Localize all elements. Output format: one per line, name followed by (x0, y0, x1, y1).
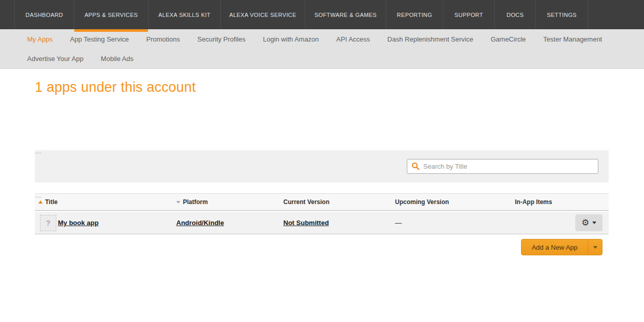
nav-tab-alexa-voice-service[interactable]: ALEXA VOICE SERVICE (220, 0, 305, 29)
subnav-item-tester-management[interactable]: Tester Management (543, 35, 602, 43)
add-new-app-button[interactable]: Add a New App (522, 239, 588, 255)
panel-corner-dash (35, 153, 41, 153)
column-header-current-version[interactable]: Current Version (283, 198, 395, 206)
subnav-row-2: Advertise Your App Mobile Ads (27, 49, 644, 68)
nav-tab-alexa-skills-kit[interactable]: ALEXA SKILLS KIT (148, 0, 220, 29)
gear-icon: ⚙ (581, 218, 589, 227)
app-placeholder-icon: ? (40, 215, 56, 231)
nav-tab-reporting[interactable]: REPORTING (386, 0, 443, 29)
app-current-version-link[interactable]: Not Submitted (283, 219, 329, 227)
app-title-link[interactable]: My book app (58, 219, 98, 227)
subnav-item-promotions[interactable]: Promotions (147, 35, 180, 43)
add-new-app-dropdown-button[interactable] (588, 239, 602, 255)
add-new-app-split-button: Add a New App (521, 239, 603, 255)
subnav-item-app-testing-service[interactable]: App Testing Service (70, 35, 129, 43)
table-header-row: Title Platform Current Version Upcoming … (35, 193, 609, 211)
sort-ascending-icon (38, 200, 43, 204)
subnav-item-mobile-ads[interactable]: Mobile Ads (101, 55, 134, 63)
column-header-platform-label: Platform (183, 198, 208, 206)
row-actions-dropdown-button[interactable]: ⚙ (575, 214, 603, 231)
subnav-item-api-access[interactable]: API Access (336, 35, 370, 43)
chevron-down-icon (592, 222, 596, 224)
nav-tab-settings[interactable]: SETTINGS (535, 0, 588, 29)
main-content: 1 apps under this account Title Platform (0, 69, 644, 322)
sort-caret-icon (176, 201, 180, 204)
column-header-current-version-label: Current Version (283, 198, 329, 206)
upcoming-version-value: — (395, 219, 402, 227)
subnav-row-1: My Apps App Testing Service Promotions S… (27, 29, 644, 49)
cell-actions: ⚙ (515, 214, 609, 231)
column-header-title[interactable]: Title (35, 198, 176, 206)
subnav-item-gamecircle[interactable]: GameCircle (491, 35, 526, 43)
column-header-upcoming-version[interactable]: Upcoming Version (395, 198, 515, 206)
nav-tab-apps-and-services[interactable]: APPS & SERVICES (74, 0, 148, 29)
subnav-item-login-with-amazon[interactable]: Login with Amazon (263, 35, 319, 43)
search-panel (35, 150, 609, 183)
nav-left-spacer (0, 0, 14, 29)
nav-right-spacer (588, 0, 644, 29)
nav-tab-software-and-games[interactable]: SOFTWARE & GAMES (305, 0, 386, 29)
top-navigation: DASHBOARD APPS & SERVICES ALEXA SKILLS K… (0, 0, 644, 29)
chevron-down-icon (593, 246, 597, 249)
cell-upcoming-version: — (395, 219, 515, 227)
subnav-item-security-profiles[interactable]: Security Profiles (197, 35, 245, 43)
page-title: 1 apps under this account (35, 79, 196, 95)
apps-table: Title Platform Current Version Upcoming … (35, 193, 609, 234)
nav-tab-docs[interactable]: DOCS (494, 0, 535, 29)
table-row: ? My book app Android/Kindle Not Submitt… (35, 212, 609, 234)
search-box (407, 159, 598, 174)
app-platform-link[interactable]: Android/Kindle (176, 219, 224, 227)
column-header-upcoming-version-label: Upcoming Version (395, 198, 449, 206)
cell-title: ? My book app (35, 215, 176, 231)
nav-tab-dashboard[interactable]: DASHBOARD (14, 0, 74, 29)
column-header-title-label: Title (45, 198, 57, 206)
cell-platform: Android/Kindle (176, 219, 283, 227)
sub-navigation: My Apps App Testing Service Promotions S… (0, 29, 644, 69)
subnav-item-my-apps[interactable]: My Apps (27, 35, 53, 43)
column-header-in-app-items-label: In-App Items (515, 198, 552, 206)
table-corner-dash (35, 197, 41, 197)
cell-current-version: Not Submitted (283, 219, 395, 227)
nav-tab-support[interactable]: SUPPORT (443, 0, 494, 29)
column-header-in-app-items[interactable]: In-App Items (515, 198, 609, 206)
subnav-item-dash-replenishment-service[interactable]: Dash Replenishment Service (387, 35, 473, 43)
column-header-platform[interactable]: Platform (176, 198, 283, 206)
subnav-item-advertise-your-app[interactable]: Advertise Your App (27, 55, 84, 63)
search-input[interactable] (407, 159, 598, 174)
